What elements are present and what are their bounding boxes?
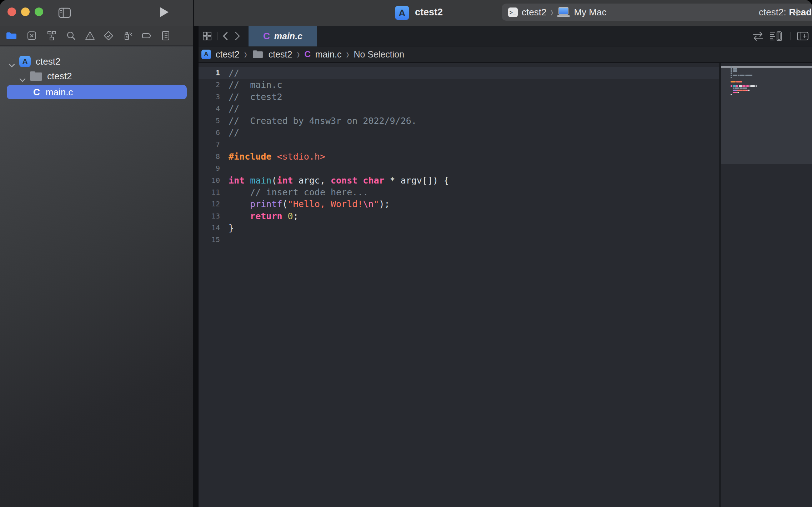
minimap[interactable] bbox=[721, 63, 812, 507]
tab-bar: C main.c bbox=[199, 26, 812, 46]
minimap-code-bar bbox=[740, 87, 742, 89]
jumpbar-group[interactable]: ctest2 bbox=[269, 49, 292, 60]
minimap-code-bar bbox=[733, 85, 736, 87]
xcode-window: A ctest2 >_ ctest2 › My Mac ctest2: Read… bbox=[0, 0, 812, 507]
tree-row-file-main-c[interactable]: C main.c bbox=[0, 85, 193, 99]
mac-device-icon bbox=[557, 7, 570, 17]
disclosure-chevron-icon[interactable] bbox=[19, 74, 26, 78]
line-number: 7 bbox=[199, 139, 220, 150]
line-number: 11 bbox=[199, 186, 220, 198]
code-line[interactable]: 3// ctest2 bbox=[199, 91, 719, 103]
source-control-navigator-icon[interactable] bbox=[26, 30, 37, 41]
code-line[interactable]: 6// bbox=[199, 127, 719, 139]
chevron-right-icon: › bbox=[550, 4, 553, 20]
editor-overview-icon[interactable] bbox=[202, 31, 212, 41]
adjust-editor-options-icon[interactable] bbox=[769, 31, 783, 41]
code-text: // bbox=[229, 104, 239, 114]
minimap-code-bar bbox=[733, 87, 735, 89]
line-number: 10 bbox=[199, 175, 220, 186]
source-editor[interactable]: 1//2// main.c3// ctest24//5// Created by… bbox=[199, 63, 719, 507]
minimap-code-bar bbox=[736, 85, 738, 87]
code-line[interactable]: 2// main.c bbox=[199, 79, 719, 91]
line-number: 12 bbox=[199, 198, 220, 210]
minimize-button[interactable] bbox=[21, 7, 30, 16]
tree-row-project[interactable]: A ctest2 bbox=[0, 54, 193, 69]
breakpoint-navigator-icon[interactable] bbox=[141, 30, 152, 41]
code-line[interactable]: 8#include <stdio.h> bbox=[199, 151, 719, 162]
minimap-code-bar bbox=[740, 75, 744, 76]
window-title: ctest2 bbox=[415, 7, 443, 18]
minimap-code-bar bbox=[733, 92, 737, 93]
chevron-right-icon: › bbox=[297, 46, 300, 62]
minimap-code-bar bbox=[733, 68, 737, 70]
jumpbar-project[interactable]: ctest2 bbox=[216, 49, 240, 60]
report-navigator-icon[interactable] bbox=[160, 30, 171, 41]
library-add-button[interactable]: + bbox=[789, 4, 805, 20]
disclosure-chevron-icon[interactable] bbox=[9, 59, 15, 64]
scheme-name[interactable]: ctest2 bbox=[522, 7, 546, 18]
minimap-code-bar bbox=[737, 90, 742, 91]
debug-navigator-icon[interactable] bbox=[122, 30, 133, 41]
jump-bar: A ctest2 › ctest2 › C main.c › No Select… bbox=[199, 46, 812, 63]
folder-icon bbox=[30, 71, 42, 81]
minimap-code-bar bbox=[738, 75, 740, 76]
zoom-button[interactable] bbox=[35, 7, 43, 16]
run-button[interactable] bbox=[160, 7, 169, 17]
code-line[interactable]: 13 return 0; bbox=[199, 210, 719, 222]
minimap-code-bar bbox=[731, 81, 736, 82]
code-line[interactable]: 12 printf("Hello, World!\n"); bbox=[199, 198, 719, 210]
project-navigator-tree: A ctest2 ctest2 C main.c bbox=[0, 46, 193, 507]
jumpbar-file[interactable]: main.c bbox=[315, 49, 342, 60]
symbol-navigator-icon[interactable] bbox=[46, 30, 57, 41]
close-button[interactable] bbox=[7, 7, 16, 16]
code-line[interactable]: 11 // insert code here... bbox=[199, 186, 719, 198]
tab-label: main.c bbox=[274, 31, 302, 41]
destination-name[interactable]: My Mac bbox=[574, 7, 606, 18]
code-text: #include <stdio.h> bbox=[229, 151, 325, 162]
c-file-icon: C bbox=[33, 87, 40, 98]
tree-row-group[interactable]: ctest2 bbox=[0, 69, 193, 83]
code-text: // ctest2 bbox=[229, 92, 282, 102]
find-navigator-icon[interactable] bbox=[66, 30, 76, 41]
chevron-right-icon: › bbox=[346, 46, 349, 62]
test-navigator-icon[interactable] bbox=[103, 30, 114, 41]
code-text: printf("Hello, World!\n"); bbox=[229, 199, 390, 209]
code-line[interactable]: 15 bbox=[199, 234, 719, 246]
code-line[interactable]: 1// bbox=[199, 67, 719, 79]
go-forward-icon[interactable] bbox=[234, 31, 241, 41]
scheme-selector[interactable]: >_ ctest2 › My Mac bbox=[508, 4, 606, 21]
editor-pane: C main.c A ctest2 › ctest2 › C main.c bbox=[199, 26, 812, 507]
c-file-icon: C bbox=[263, 31, 270, 42]
issue-navigator-icon[interactable] bbox=[85, 30, 95, 41]
scheme-status-pill: >_ ctest2 › My Mac ctest2: Ready | Today… bbox=[502, 4, 812, 21]
minimap-code-bar bbox=[731, 66, 732, 67]
minimap-code-bar bbox=[739, 85, 742, 87]
sidebar-split-divider[interactable] bbox=[193, 26, 199, 507]
code-line[interactable]: 5// Created by 4nsw3r on 2022/9/26. bbox=[199, 115, 719, 127]
status-project: ctest2: bbox=[759, 7, 786, 18]
code-lines: 1//2// main.c3// ctest24//5// Created by… bbox=[199, 67, 719, 246]
toggle-sidebar-icon[interactable] bbox=[58, 7, 71, 19]
code-line[interactable]: 10int main(int argc, const char * argv[]… bbox=[199, 175, 719, 186]
minimap-code-bar bbox=[751, 85, 755, 87]
code-line[interactable]: 9 bbox=[199, 162, 719, 174]
code-line[interactable]: 7 bbox=[199, 139, 719, 150]
code-text: int main(int argc, const char * argv[]) … bbox=[229, 175, 449, 186]
line-number: 3 bbox=[199, 91, 220, 103]
code-text: } bbox=[229, 223, 234, 233]
minimap-code-bar bbox=[738, 92, 739, 93]
minimap-code-bar bbox=[731, 77, 732, 78]
code-text: // bbox=[229, 68, 239, 78]
minimap-code-bar bbox=[745, 75, 746, 76]
tab-main-c[interactable]: C main.c bbox=[249, 26, 317, 46]
code-review-icon[interactable] bbox=[752, 31, 764, 41]
jumpbar-selection[interactable]: No Selection bbox=[354, 49, 404, 60]
project-navigator-icon[interactable] bbox=[6, 30, 16, 41]
code-line[interactable]: 14} bbox=[199, 222, 719, 234]
go-back-icon[interactable] bbox=[222, 31, 229, 41]
minimap-code-bar bbox=[731, 85, 732, 87]
line-number: 8 bbox=[199, 151, 220, 162]
add-editor-icon[interactable] bbox=[796, 31, 809, 41]
code-text: return 0; bbox=[229, 211, 299, 221]
code-line[interactable]: 4// bbox=[199, 103, 719, 115]
